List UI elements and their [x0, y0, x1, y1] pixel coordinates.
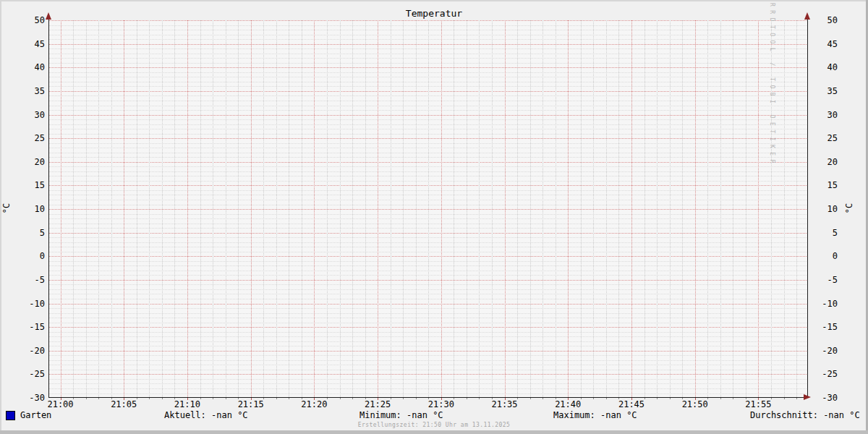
gridline-minor-vertical	[73, 20, 74, 398]
y-axis-tick-label-right: 35	[819, 87, 838, 95]
gridline-minor-vertical	[593, 20, 594, 398]
y-axis-arrow-left-icon	[46, 12, 51, 20]
y-axis-unit-right: °C	[844, 197, 854, 219]
gridline-minor-vertical	[352, 20, 353, 398]
x-axis-tick	[670, 398, 671, 399]
y-axis-line-right	[807, 14, 808, 398]
legend-series-label: Garten	[20, 411, 51, 420]
watermark: RRDTOOL / TOBI OETIKER	[767, 3, 776, 350]
gridline-major-vertical	[378, 20, 378, 398]
x-axis-tick	[733, 398, 733, 399]
y-axis-tick-label-left: 50	[14, 16, 45, 25]
gridline-minor-vertical	[340, 20, 341, 398]
gridline-major-vertical	[124, 20, 124, 398]
y-axis-tick-label-right: 40	[819, 63, 838, 72]
gridline-minor-vertical	[327, 20, 328, 398]
legend-stat-minimum: Minimum: -nan °C	[359, 411, 443, 420]
x-axis-tick-label: 21:00	[39, 400, 82, 409]
gridline-minor-vertical	[581, 20, 582, 398]
gridline-minor-vertical	[606, 20, 607, 398]
gridline-minor-vertical	[733, 20, 733, 398]
y-axis-tick-label-right: 15	[819, 181, 838, 190]
gridline-minor-vertical	[707, 20, 708, 398]
gridline-minor-vertical	[276, 20, 277, 398]
y-axis-tick-label-left: -20	[14, 346, 45, 355]
x-axis-tick	[771, 398, 772, 399]
y-axis-tick-label-right: 45	[819, 40, 838, 48]
gridline-minor-vertical	[618, 20, 619, 398]
y-axis-tick-label-right: 10	[819, 205, 838, 213]
gridline-major-vertical	[187, 20, 188, 398]
plot-area	[49, 20, 808, 398]
x-axis-tick	[403, 398, 404, 399]
y-axis-tick-label-right: -20	[819, 346, 838, 355]
gridline-minor-vertical	[670, 20, 671, 398]
gridline-minor-vertical	[238, 20, 239, 398]
gridline-minor-vertical	[784, 20, 785, 398]
x-axis-tick	[796, 398, 797, 399]
x-axis-tick	[479, 398, 480, 399]
y-axis-tick-label-right: -10	[819, 299, 838, 308]
x-axis-tick	[416, 398, 417, 399]
gridline-major-vertical	[695, 20, 696, 398]
rrdtool-temperature-graph: Temperatur °C °C RRDTOOL / TOBI OETIKER …	[0, 0, 868, 434]
legend-stat-durchschnitt: Durchschnitt: -nan °C	[750, 411, 860, 420]
x-axis-tick	[593, 398, 594, 399]
y-axis-tick-label-right: -30	[819, 393, 838, 402]
y-axis-tick-label-left: 10	[14, 205, 45, 213]
x-axis-tick	[98, 398, 99, 399]
gridline-minor-vertical	[149, 20, 150, 398]
x-axis-tick-label: 21:10	[166, 400, 209, 409]
y-axis-tick-label-left: -25	[14, 370, 45, 378]
gridline-minor-vertical	[682, 20, 683, 398]
gridline-minor-vertical	[86, 20, 87, 398]
gridline-minor-vertical	[213, 20, 213, 398]
gridline-major-vertical	[568, 20, 569, 398]
gridline-minor-vertical	[200, 20, 201, 398]
x-axis-tick	[86, 398, 87, 399]
y-axis-tick-label-right: 20	[819, 158, 838, 166]
y-axis-tick-label-left: 45	[14, 40, 45, 48]
gridline-minor-vertical	[428, 20, 429, 398]
gridline-minor-vertical	[162, 20, 163, 398]
x-axis-tick	[530, 398, 531, 399]
gridline-minor-vertical	[479, 20, 480, 398]
gridline-minor-vertical	[365, 20, 366, 398]
y-axis-tick-label-left: 40	[14, 63, 45, 72]
frame-border-top	[0, 0, 868, 1]
y-axis-tick-label-left: 15	[14, 181, 45, 190]
y-axis-tick-label-left: 35	[14, 87, 45, 95]
y-axis-tick-label-right: -15	[819, 323, 838, 331]
gridline-minor-vertical	[391, 20, 391, 398]
y-axis-tick-label-left: 5	[14, 229, 45, 237]
gridline-minor-vertical	[467, 20, 467, 398]
gridline-minor-vertical	[289, 20, 289, 398]
x-axis-tick-label: 21:55	[736, 400, 780, 409]
x-axis-tick-label: 21:35	[483, 400, 527, 409]
y-axis-tick-label-right: 0	[819, 252, 838, 260]
x-axis-tick-label: 21:40	[546, 400, 590, 409]
gridline-minor-vertical	[796, 20, 797, 398]
x-axis-tick-label: 21:20	[292, 400, 336, 409]
y-axis-tick-label-right: -25	[819, 370, 838, 378]
gridline-major-vertical	[314, 20, 315, 398]
gridline-major-vertical	[441, 20, 442, 398]
x-axis-tick-label: 21:25	[356, 400, 399, 409]
legend-stat-maximum: Maximum: -nan °C	[553, 411, 637, 420]
x-axis-tick	[352, 398, 353, 399]
x-axis-tick	[289, 398, 289, 399]
gridline-minor-vertical	[492, 20, 493, 398]
gridline-minor-vertical	[98, 20, 99, 398]
y-axis-tick-label-right: 5	[819, 229, 838, 237]
x-axis-tick	[276, 398, 277, 399]
gridline-minor-vertical	[556, 20, 556, 398]
y-axis-tick-label-left: 25	[14, 134, 45, 142]
y-axis-tick-label-left: 20	[14, 158, 45, 166]
gridline-major-vertical	[251, 20, 252, 398]
x-axis-tick	[162, 398, 163, 399]
gridline-minor-vertical	[174, 20, 175, 398]
gridline-major-vertical	[758, 20, 759, 398]
y-axis-arrow-right-icon	[804, 12, 810, 20]
frame-border-left	[0, 0, 1, 434]
x-axis-tick	[327, 398, 328, 399]
